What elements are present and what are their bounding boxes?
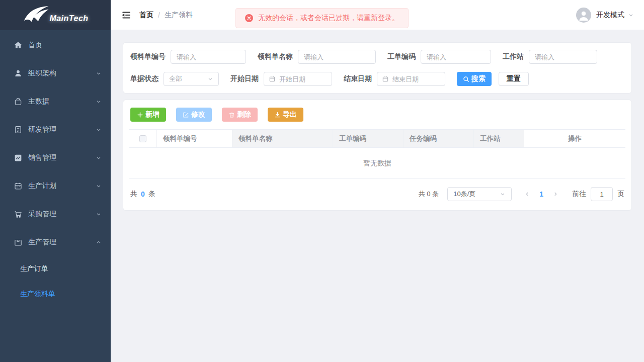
home-icon <box>14 41 23 50</box>
sidebar-item-home[interactable]: 首页 <box>0 31 111 59</box>
edit-icon <box>183 112 189 118</box>
sidebar-item-organization[interactable]: 组织架构 <box>0 59 111 87</box>
table-header-workorder-code: 工单编码 <box>333 130 404 147</box>
rnd-icon <box>14 125 23 134</box>
pagination: 共 0 条 10条/页 1 前往 <box>419 187 624 201</box>
table-card: 新增 修改 删除 <box>123 100 632 211</box>
table-footer: 共 0 条 共 0 条 10条/页 1 <box>129 184 625 204</box>
sidebar-item-sales[interactable]: 销售管理 <box>0 144 111 172</box>
plus-icon <box>137 112 143 118</box>
sidebar-subitem-production-picking[interactable]: 生产领料单 <box>0 282 111 307</box>
total-prefix: 共 <box>130 190 137 199</box>
total-count: 共 0 条 <box>130 190 155 199</box>
org-icon <box>14 69 23 78</box>
app-root: MainTech 首页 组织架构 主数据 <box>0 0 644 362</box>
toolbar: 新增 修改 删除 <box>130 108 624 122</box>
sidebar-item-rnd[interactable]: 研发管理 <box>0 116 111 144</box>
sidebar: MainTech 首页 组织架构 主数据 <box>0 0 111 362</box>
pagination-total: 共 0 条 <box>419 190 439 199</box>
prev-page-button[interactable] <box>522 189 533 200</box>
filter-picking-no: 领料单编号 <box>130 50 246 64</box>
sidebar-item-label: 生产管理 <box>28 238 56 247</box>
page-number-1[interactable]: 1 <box>539 190 543 198</box>
end-date-picker[interactable] <box>377 72 445 86</box>
reset-button[interactable]: 重置 <box>499 72 529 86</box>
total-suffix: 条 <box>148 190 155 199</box>
data-table: 领料单编号 领料单名称 工单编码 任务编码 工作站 操作 暂无数据 <box>129 129 625 179</box>
page-size-select[interactable]: 10条/页 <box>447 187 512 201</box>
goto-page: 前往 页 <box>572 187 624 201</box>
add-button-label: 新增 <box>145 110 159 119</box>
filter-label: 开始日期 <box>230 74 259 83</box>
sidebar-subitem-label: 生产领料单 <box>20 290 55 299</box>
next-page-button[interactable] <box>550 189 561 200</box>
filter-label: 单据状态 <box>130 74 158 83</box>
user-menu[interactable]: 开发模式 <box>576 8 634 23</box>
table-header-row: 领料单编号 领料单名称 工单编码 任务编码 工作站 操作 <box>129 130 625 148</box>
sidebar-item-master-data[interactable]: 主数据 <box>0 87 111 116</box>
page-size-value: 10条/页 <box>453 190 475 199</box>
breadcrumb-current: 生产领料 <box>165 11 193 20</box>
prev-icon <box>524 191 530 197</box>
master-data-icon <box>14 97 23 106</box>
filter-card: 领料单编号 领料单名称 工单编码 工作站 <box>123 42 632 94</box>
chevron-down-icon <box>500 191 506 197</box>
content: 领料单编号 领料单名称 工单编码 工作站 <box>111 30 644 223</box>
error-toast: 无效的会话，或者会话已过期，请重新登录。 <box>235 8 409 28</box>
search-button-label: 搜索 <box>471 74 486 83</box>
export-button-label: 导出 <box>283 110 297 119</box>
delete-button[interactable]: 删除 <box>222 108 258 122</box>
sidebar-item-label: 主数据 <box>28 97 49 106</box>
picking-no-input[interactable] <box>171 50 246 64</box>
table-header-workstation: 工作站 <box>474 130 524 147</box>
sidebar-item-label: 研发管理 <box>28 125 56 134</box>
table-empty-state: 暂无数据 <box>129 148 625 179</box>
sidebar-item-production[interactable]: 生产管理 <box>0 228 111 256</box>
reset-button-label: 重置 <box>507 74 521 83</box>
table-header-picking-no: 领料单编号 <box>157 130 232 147</box>
delete-icon <box>228 112 235 118</box>
sidebar-subitem-production-order[interactable]: 生产订单 <box>0 256 111 282</box>
start-date-picker[interactable] <box>264 72 332 86</box>
table-header-checkbox-cell <box>129 130 157 147</box>
picking-name-input[interactable] <box>298 50 376 64</box>
chevron-down-icon <box>207 76 213 82</box>
chevron-down-icon <box>96 183 102 189</box>
plan-icon <box>14 182 23 191</box>
end-date-input[interactable] <box>392 75 440 83</box>
goto-page-input[interactable] <box>591 187 613 201</box>
sidebar-item-label: 首页 <box>28 41 42 50</box>
calendar-icon <box>382 75 389 82</box>
chevron-up-icon <box>96 239 102 245</box>
chevron-down-icon <box>96 99 102 105</box>
chevron-down-icon <box>96 211 102 217</box>
filter-row-1: 领料单编号 领料单名称 工单编码 工作站 <box>130 50 624 64</box>
sales-icon <box>14 153 23 162</box>
delete-button-label: 删除 <box>237 110 251 119</box>
breadcrumb-home[interactable]: 首页 <box>139 11 153 20</box>
search-button[interactable]: 搜索 <box>457 72 492 86</box>
goto-label: 前往 <box>572 190 586 199</box>
filter-label: 领料单编号 <box>130 52 166 61</box>
filter-label: 工单编码 <box>387 52 416 61</box>
production-icon <box>14 238 23 247</box>
sidebar-item-purchase[interactable]: 采购管理 <box>0 200 111 228</box>
status-select[interactable]: 全部 <box>164 72 219 86</box>
sidebar-item-production-plan[interactable]: 生产计划 <box>0 172 111 200</box>
breadcrumb-separator: / <box>158 11 160 19</box>
filter-picking-name: 领料单名称 <box>258 50 376 64</box>
filter-workstation: 工作站 <box>503 50 597 64</box>
error-icon <box>245 14 253 22</box>
edit-button[interactable]: 修改 <box>176 108 212 122</box>
menu-fold-icon[interactable] <box>121 10 132 21</box>
add-button[interactable]: 新增 <box>130 108 166 122</box>
start-date-input[interactable] <box>279 75 327 83</box>
edit-button-label: 修改 <box>191 110 205 119</box>
filter-status: 单据状态 全部 <box>130 72 219 86</box>
workstation-input[interactable] <box>529 50 597 64</box>
calendar-icon <box>269 75 276 82</box>
next-icon <box>552 191 558 197</box>
select-all-checkbox[interactable] <box>139 135 146 142</box>
export-button[interactable]: 导出 <box>268 108 303 122</box>
workorder-code-input[interactable] <box>421 50 491 64</box>
